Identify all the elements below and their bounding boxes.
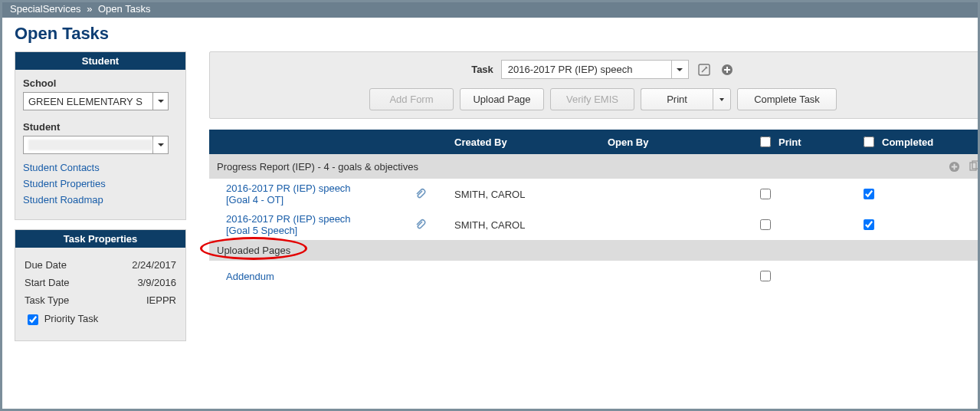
table-row: Addendum [209, 261, 980, 291]
edit-icon[interactable] [696, 62, 712, 77]
breadcrumb-current[interactable]: Open Tasks [98, 3, 150, 15]
toolbar: Task 2016-2017 PR (IEP) speech [209, 51, 980, 119]
plus-circle-icon[interactable] [719, 62, 735, 77]
table-row: 2016-2017 PR (IEP) speech [Goal 5 Speech… [209, 209, 980, 240]
student-panel-header: Student [15, 52, 185, 70]
trash-icon[interactable] [975, 268, 980, 284]
print-caret[interactable] [713, 88, 731, 110]
doc-link[interactable]: Addendum [226, 271, 387, 282]
th-print: Print [778, 136, 801, 148]
link-student-contacts[interactable]: Student Contacts [23, 162, 178, 173]
page-title: Open Tasks [2, 18, 978, 51]
school-select[interactable]: GREEN ELEMENTARY S [23, 92, 169, 110]
chevron-down-icon[interactable] [671, 61, 688, 78]
copy-icon[interactable] [966, 159, 980, 174]
table-header: Created By Open By Print Completed [209, 130, 980, 154]
group-uploaded-pages: Uploaded Pages [209, 240, 980, 261]
doc-name-line2: [Goal 5 Speech] [226, 225, 297, 236]
chevron-down-icon[interactable] [152, 93, 168, 110]
th-completed: Completed [882, 136, 933, 148]
created-by-cell: SMITH, CAROL [454, 219, 608, 231]
breadcrumb: SpecialServices » Open Tasks [2, 2, 978, 18]
student-label: Student [23, 121, 178, 133]
table-row: 2016-2017 PR (IEP) speech [Goal 4 - OT] … [209, 179, 980, 209]
chevron-down-icon[interactable] [152, 136, 168, 153]
created-by-cell: SMITH, CAROL [454, 189, 608, 200]
due-date-label: Due Date [25, 257, 100, 273]
student-value [28, 140, 152, 150]
print-checkbox[interactable] [760, 189, 771, 199]
group-progress-report: Progress Report (IEP) - 4 - goals & obje… [209, 154, 980, 179]
student-select[interactable] [23, 136, 169, 154]
verify-emis-button: Verify EMIS [550, 88, 634, 110]
th-open-by: Open By [608, 136, 757, 148]
complete-task-button[interactable]: Complete Task [737, 88, 837, 110]
attachment-icon[interactable] [413, 217, 428, 232]
print-button[interactable]: Print [641, 88, 713, 110]
task-type-label: Task Type [25, 292, 100, 308]
doc-name-line1: 2016-2017 PR (IEP) speech [226, 182, 351, 194]
breadcrumb-root[interactable]: SpecialServices [10, 3, 81, 15]
school-value: GREEN ELEMENTARY S [28, 96, 152, 107]
due-date-value: 2/24/2017 [102, 257, 176, 273]
sidebar-links: Student Contacts Student Properties Stud… [23, 162, 178, 206]
task-properties-header: Task Properties [15, 230, 185, 248]
forms-table: Created By Open By Print Completed Progr… [209, 130, 980, 291]
school-label: School [23, 77, 178, 89]
group-title: Progress Report (IEP) - 4 - goals & obje… [217, 161, 418, 173]
task-properties-panel: Task Properties Due Date 2/24/2017 Start… [15, 229, 186, 341]
main: Task 2016-2017 PR (IEP) speech [209, 51, 980, 393]
print-all-checkbox[interactable] [760, 136, 771, 147]
print-split: Print [641, 88, 731, 110]
task-type-value: IEPPR [102, 292, 176, 308]
start-date-value: 3/9/2016 [102, 275, 176, 291]
priority-task-label: Priority Task [44, 313, 99, 324]
attachment-icon[interactable] [413, 186, 428, 202]
link-student-properties[interactable]: Student Properties [23, 178, 178, 189]
print-checkbox[interactable] [760, 271, 771, 281]
priority-task-checkbox[interactable] [28, 314, 38, 325]
link-student-roadmap[interactable]: Student Roadmap [23, 194, 178, 206]
doc-name-line1: 2016-2017 PR (IEP) speech [226, 213, 351, 225]
completed-all-checkbox[interactable] [864, 136, 874, 147]
start-date-label: Start Date [25, 275, 100, 291]
group-title: Uploaded Pages [217, 245, 290, 256]
doc-name-line2: [Goal 4 - OT] [226, 194, 284, 206]
breadcrumb-sep: » [87, 3, 92, 15]
upload-page-button[interactable]: Upload Page [460, 88, 544, 110]
completed-checkbox[interactable] [864, 189, 874, 199]
task-select[interactable]: 2016-2017 PR (IEP) speech [501, 60, 689, 79]
plus-circle-icon[interactable] [946, 159, 962, 174]
add-form-button: Add Form [369, 88, 454, 110]
th-created-by: Created By [454, 136, 608, 148]
task-select-value: 2016-2017 PR (IEP) speech [508, 64, 633, 75]
print-checkbox[interactable] [760, 219, 771, 230]
doc-link[interactable]: 2016-2017 PR (IEP) speech [Goal 5 Speech… [226, 213, 387, 236]
doc-link[interactable]: 2016-2017 PR (IEP) speech [Goal 4 - OT] [226, 182, 387, 206]
sidebar: Student School GREEN ELEMENTARY S Studen… [15, 51, 186, 393]
task-label: Task [471, 64, 493, 75]
student-panel: Student School GREEN ELEMENTARY S Studen… [15, 51, 186, 220]
completed-checkbox[interactable] [864, 219, 874, 230]
